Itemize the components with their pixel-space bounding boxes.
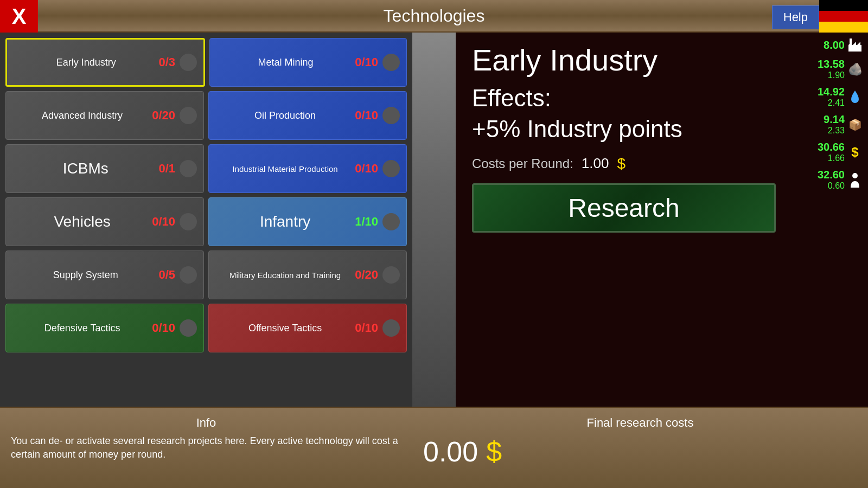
tech-cell-right-2-1: 0/10	[355, 160, 400, 177]
research-button[interactable]: Research	[472, 183, 776, 233]
tech-dot-4-0	[180, 266, 197, 284]
tech-cell-right-4-0: 0/5	[158, 266, 197, 284]
resource-values-0: 8.00	[824, 39, 845, 52]
tech-name-3-0: Vehicles	[12, 213, 152, 230]
final-costs-value: 0.00 $	[423, 435, 857, 468]
tech-cell-5-1[interactable]: Offensive Tactics0/10	[208, 304, 407, 352]
info-header: Info	[11, 416, 401, 430]
resource-item-5: 32.600.60	[795, 166, 865, 193]
tech-row-1: Advanced Industry0/20Oil Production0/10	[5, 91, 407, 140]
tech-cell-3-0[interactable]: Vehicles0/10	[5, 197, 204, 246]
tech-cell-right-2-0: 0/1	[158, 160, 197, 177]
resource-values-5: 32.600.60	[818, 169, 845, 191]
info-section: Info You can de- or activate several res…	[0, 408, 412, 488]
tech-dot-2-1	[382, 160, 400, 177]
tech-dot-1-1	[382, 107, 400, 124]
resource-icon-crate: 📦	[847, 117, 863, 132]
tech-name-5-1: Offensive Tactics	[215, 323, 355, 334]
tech-cell-1-0[interactable]: Advanced Industry0/20	[5, 91, 204, 140]
resource-sub-2: 2.41	[828, 98, 845, 108]
resource-icon-money: $	[847, 145, 863, 160]
tech-dot-0-1	[382, 54, 400, 71]
tech-progress-1-0: 0/20	[152, 108, 175, 123]
resource-icon-water	[847, 89, 863, 105]
resource-main-3: 9.14	[824, 113, 845, 126]
tech-progress-4-1: 0/20	[355, 268, 378, 282]
resource-sidebar: 8.00 13.581.90🪨14.922.419.142.33📦30.661.…	[792, 33, 868, 407]
main-content: Early Industry0/3Metal Mining0/10Advance…	[0, 33, 868, 407]
svg-marker-2	[853, 42, 856, 45]
tech-name-0-0: Early Industry	[14, 57, 158, 68]
tech-row-0: Early Industry0/3Metal Mining0/10	[5, 38, 407, 87]
resource-item-0: 8.00	[795, 35, 865, 55]
flag-red-stripe	[819, 11, 868, 22]
bottom-bar: Info You can de- or activate several res…	[0, 407, 868, 488]
tech-cell-2-1[interactable]: Industrial Material Production0/10	[208, 144, 407, 193]
final-value: 0.00	[423, 435, 478, 468]
resource-item-2: 14.922.41	[795, 84, 865, 110]
tech-progress-3-0: 0/10	[152, 215, 175, 229]
tech-cell-2-0[interactable]: ICBMs0/1	[5, 144, 204, 193]
screen: X Technologies Help Early Industry0/3Met…	[0, 0, 868, 488]
final-currency: $	[486, 435, 502, 468]
resource-values-3: 9.142.33	[824, 113, 845, 136]
help-button[interactable]: Help	[772, 5, 819, 29]
help-label: Help	[783, 10, 808, 24]
close-button[interactable]: X	[0, 0, 38, 33]
tech-progress-3-1: 1/10	[355, 215, 378, 229]
tech-progress-5-0: 0/10	[152, 321, 175, 335]
cost-value: 1.00	[582, 155, 609, 172]
tech-cell-4-0[interactable]: Supply System0/5	[5, 251, 204, 299]
tech-dot-1-0	[180, 107, 197, 124]
tech-name-0-1: Metal Mining	[216, 57, 355, 68]
tech-progress-4-0: 0/5	[158, 268, 175, 282]
resource-main-1: 13.58	[818, 58, 845, 70]
tech-progress-1-1: 0/10	[355, 108, 378, 123]
svg-point-5	[852, 173, 858, 178]
svg-rect-0	[848, 45, 861, 52]
detail-title: Early Industry	[472, 43, 776, 77]
tech-cell-0-1[interactable]: Metal Mining0/10	[209, 38, 407, 87]
resource-main-5: 32.60	[818, 169, 845, 181]
flag	[819, 0, 868, 33]
tech-dot-3-0	[180, 213, 197, 230]
tech-name-1-0: Advanced Industry	[12, 110, 152, 121]
tech-progress-5-1: 0/10	[355, 321, 378, 335]
tech-name-4-0: Supply System	[12, 269, 158, 281]
tech-row-4: Supply System0/5Military Education and T…	[5, 251, 407, 299]
resource-icon-ore: 🪨	[847, 62, 863, 77]
cost-label: Costs per Round:	[472, 156, 573, 171]
tech-progress-0-1: 0/10	[355, 55, 378, 69]
tech-cell-0-0[interactable]: Early Industry0/3	[5, 38, 205, 87]
tech-name-2-1: Industrial Material Production	[215, 164, 355, 174]
resource-item-3: 9.142.33📦	[795, 111, 865, 138]
preview-column	[412, 33, 456, 407]
tech-progress-0-0: 0/3	[158, 55, 175, 69]
tech-progress-2-0: 0/1	[158, 162, 175, 176]
resource-item-1: 13.581.90🪨	[795, 56, 865, 82]
tech-name-2-0: ICBMs	[12, 160, 158, 177]
resource-sub-1: 1.90	[828, 70, 845, 80]
tech-cell-4-1[interactable]: Military Education and Training0/20	[208, 251, 407, 299]
resource-main-2: 14.92	[818, 86, 845, 98]
tech-progress-2-1: 0/10	[355, 162, 378, 176]
tech-dot-3-1	[382, 213, 400, 230]
tech-cell-right-1-0: 0/20	[152, 107, 197, 124]
tech-dot-0-0	[180, 54, 197, 71]
tech-cell-3-1[interactable]: Infantry1/10	[208, 197, 407, 246]
tech-cell-5-0[interactable]: Defensive Tactics0/10	[5, 304, 204, 352]
research-costs-section: Final research costs 0.00 $	[412, 408, 868, 488]
detail-panel: Early Industry Effects: +5% Industry poi…	[456, 33, 792, 407]
tech-dot-4-1	[382, 266, 400, 284]
info-text: You can de- or activate several research…	[11, 434, 401, 461]
tech-cell-1-1[interactable]: Oil Production0/10	[208, 91, 407, 140]
resource-sub-3: 2.33	[828, 126, 845, 136]
resource-values-4: 30.661.66	[818, 141, 845, 163]
tech-name-4-1: Military Education and Training	[215, 271, 355, 280]
tech-dot-2-0	[180, 160, 197, 177]
tech-row-5: Defensive Tactics0/10Offensive Tactics0/…	[5, 304, 407, 352]
effects-label: Effects:	[472, 85, 551, 111]
tech-row-3: Vehicles0/10Infantry1/10	[5, 197, 407, 246]
header-title: Technologies	[384, 6, 485, 26]
tech-dot-5-0	[180, 319, 197, 337]
